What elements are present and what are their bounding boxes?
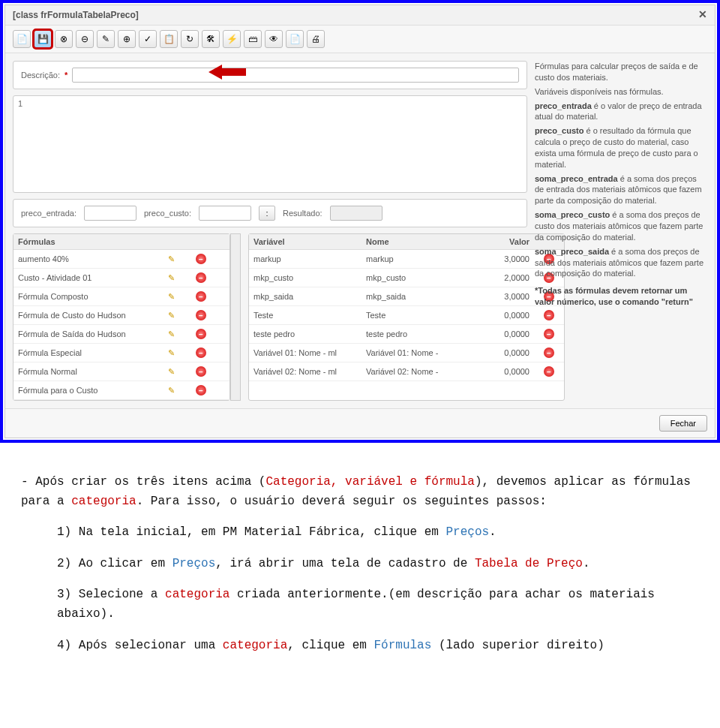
variables-table: Variável Nome Valor markupmarkup3,0000−m… xyxy=(248,233,565,401)
var-valor: 0,0000 xyxy=(474,308,534,323)
descricao-panel: Descrição: * xyxy=(13,61,527,89)
toolbar-refresh-icon[interactable]: ↻ xyxy=(181,30,199,48)
content-area: Descrição: * 1 preco_entrada: xyxy=(5,53,715,408)
var-name: mkp_custo xyxy=(249,270,362,285)
var-valor: 0,0000 xyxy=(474,326,534,341)
resultado-label: Resultado: xyxy=(283,209,322,218)
formula-name: Fórmula Normal xyxy=(14,364,156,379)
table-row[interactable]: Fórmula para o Custo✎− xyxy=(14,381,230,400)
instructions-section: - Após criar os três itens acima (Catego… xyxy=(0,443,720,682)
toolbar-save-icon[interactable]: 💾 xyxy=(34,30,52,48)
delete-icon[interactable]: − xyxy=(196,254,206,264)
preco-entrada-label: preco_entrada: xyxy=(21,209,76,218)
table-row[interactable]: teste pedroteste pedro0,0000− xyxy=(249,325,564,344)
table-row[interactable]: TesteTeste0,0000− xyxy=(249,306,564,325)
var-valor: 0,0000 xyxy=(474,364,534,379)
toolbar-edit-icon[interactable]: ✎ xyxy=(97,30,115,48)
toolbar-view-icon[interactable]: 👁 xyxy=(265,30,283,48)
table-row[interactable]: Fórmula Composto✎− xyxy=(14,287,230,306)
footer-bar: Fechar xyxy=(5,408,715,438)
table-row[interactable]: mkp_customkp_custo2,0000− xyxy=(249,269,564,287)
delete-icon[interactable]: − xyxy=(196,366,206,377)
table-row[interactable]: Fórmula Especial✎− xyxy=(14,344,230,362)
help-text: soma_preco_entrada é a soma dos preços d… xyxy=(535,173,707,207)
calc-run-button[interactable]: : xyxy=(259,206,275,221)
formula-name: Custo - Atividade 01 xyxy=(14,270,156,285)
scrollbar[interactable] xyxy=(230,233,241,401)
var-valor: 3,0000 xyxy=(474,289,534,304)
edit-icon[interactable]: ✎ xyxy=(165,347,177,359)
toolbar-run-icon[interactable]: ⚡ xyxy=(223,30,241,48)
var-nome: Variável 02: Nome - xyxy=(362,364,474,379)
delete-icon[interactable]: − xyxy=(196,329,206,339)
delete-icon[interactable]: − xyxy=(196,291,206,302)
help-text: preco_entrada é o valor de preço de entr… xyxy=(535,101,707,123)
tables-row: Fórmulas aumento 40%✎−Custo - Atividade … xyxy=(13,233,527,401)
toolbar-remove-icon[interactable]: ⊖ xyxy=(76,30,94,48)
edit-icon[interactable]: ✎ xyxy=(165,253,177,265)
close-button[interactable]: Fechar xyxy=(659,415,707,432)
toolbar-print-icon[interactable]: 🖨 xyxy=(307,30,325,48)
edit-icon[interactable]: ✎ xyxy=(165,290,177,302)
table-row[interactable]: Custo - Atividade 01✎− xyxy=(14,269,230,287)
toolbar-tools-icon[interactable]: 🛠 xyxy=(202,30,220,48)
formula-name: Fórmula de Custo do Hudson xyxy=(14,308,156,323)
toolbar-copy-icon[interactable]: 📋 xyxy=(160,30,178,48)
preco-custo-input[interactable] xyxy=(199,206,251,221)
edit-icon[interactable]: ✎ xyxy=(165,309,177,321)
edit-icon[interactable]: ✎ xyxy=(165,366,177,378)
edit-icon[interactable]: ✎ xyxy=(165,328,177,340)
toolbar-confirm-icon[interactable]: ✓ xyxy=(139,30,157,48)
app-window: [class frFormulaTabelaPreco] ✕ 📄 💾 ⊗ ⊖ ✎… xyxy=(4,5,716,438)
descricao-input[interactable] xyxy=(72,68,519,83)
var-name: Variável 01: Nome - ml xyxy=(249,345,362,360)
instructions-step-2: 2) Ao clicar em Preços, irá abrir uma te… xyxy=(21,555,699,574)
close-icon[interactable]: ✕ xyxy=(698,8,707,20)
help-text: soma_preco_saida é a soma dos preços de … xyxy=(535,246,707,280)
table-row[interactable]: mkp_saidamkp_saida3,0000− xyxy=(249,287,564,306)
var-nome: teste pedro xyxy=(362,326,474,341)
var-nome: markup xyxy=(362,251,474,266)
var-name: teste pedro xyxy=(249,326,362,341)
formula-name: Fórmula para o Custo xyxy=(14,383,156,398)
formulas-header: Fórmulas xyxy=(14,234,156,249)
toolbar-cancel-icon[interactable]: ⊗ xyxy=(55,30,73,48)
table-row[interactable]: Variável 02: Nome - mlVariável 02: Nome … xyxy=(249,362,564,381)
toolbar-export-icon[interactable]: 📄 xyxy=(286,30,304,48)
instructions-intro: - Após criar os três itens acima (Catego… xyxy=(21,473,699,511)
edit-icon[interactable]: ✎ xyxy=(165,272,177,284)
table-row[interactable]: markupmarkup3,0000− xyxy=(249,250,564,269)
formulas-rows: aumento 40%✎−Custo - Atividade 01✎−Fórmu… xyxy=(14,250,230,400)
help-text: Fórmulas para calcular preços de saída e… xyxy=(535,61,707,83)
toolbar-archive-icon[interactable]: 🗃 xyxy=(244,30,262,48)
delete-icon[interactable]: − xyxy=(196,347,206,358)
table-row[interactable]: Fórmula de Saída do Hudson✎− xyxy=(14,325,230,344)
code-editor-panel[interactable]: 1 xyxy=(13,95,527,193)
toolbar-add-icon[interactable]: ⊕ xyxy=(118,30,136,48)
toolbar-new-icon[interactable]: 📄 xyxy=(13,30,31,48)
formula-name: Fórmula Composto xyxy=(14,289,156,304)
table-row[interactable]: aumento 40%✎− xyxy=(14,250,230,269)
delete-icon[interactable]: − xyxy=(196,272,206,283)
calc-panel: preco_entrada: preco_custo: : Resultado: xyxy=(13,199,527,227)
formula-name: aumento 40% xyxy=(14,251,156,266)
var-name: mkp_saida xyxy=(249,289,362,304)
edit-icon[interactable]: ✎ xyxy=(165,384,177,396)
var-name: markup xyxy=(249,251,362,266)
toolbar: 📄 💾 ⊗ ⊖ ✎ ⊕ ✓ 📋 ↻ 🛠 ⚡ 🗃 👁 📄 🖨 xyxy=(5,26,715,53)
table-row[interactable]: Fórmula de Custo do Hudson✎− xyxy=(14,306,230,325)
vars-header-nome: Nome xyxy=(362,234,474,249)
table-row[interactable]: Fórmula Normal✎− xyxy=(14,362,230,381)
preco-entrada-input[interactable] xyxy=(84,206,136,221)
table-row[interactable]: Variável 01: Nome - mlVariável 01: Nome … xyxy=(249,344,564,362)
delete-icon[interactable]: − xyxy=(196,385,206,396)
help-panel: Fórmulas para calcular preços de saída e… xyxy=(535,61,707,401)
formulas-table: Fórmulas aumento 40%✎−Custo - Atividade … xyxy=(13,233,230,401)
var-valor: 0,0000 xyxy=(474,345,534,360)
formula-name: Fórmula de Saída do Hudson xyxy=(14,326,156,341)
var-name: Variável 02: Nome - ml xyxy=(249,364,362,379)
var-name: Teste xyxy=(249,308,362,323)
descricao-label: Descrição: xyxy=(21,71,60,80)
delete-icon[interactable]: − xyxy=(196,310,206,320)
var-nome: Variável 01: Nome - xyxy=(362,345,474,360)
